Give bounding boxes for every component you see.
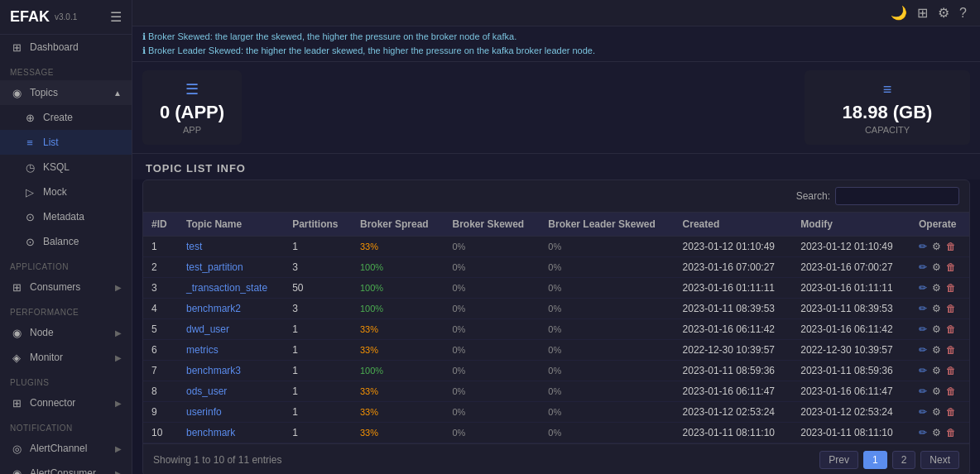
sidebar-item-metadata[interactable]: ⊙ Metadata (0, 204, 132, 229)
topic-link[interactable]: userinfo (186, 406, 222, 418)
sidebar-item-consumers-label: Consumers (30, 281, 80, 293)
info-banner-1: Broker Leader Skewed: the higher the lea… (142, 44, 970, 58)
topic-settings-icon[interactable]: ⚙ (932, 261, 941, 273)
info-banner-0: Broker Skewed: the larger the skewed, th… (142, 30, 970, 44)
topic-link[interactable]: ods_user (186, 385, 227, 397)
cell-name: benchmark2 (178, 299, 284, 319)
sidebar-item-consumers[interactable]: ⊞ Consumers ▶ (0, 275, 132, 299)
cell-broker-spread: 100% (352, 257, 444, 278)
metadata-icon: ⊙ (23, 210, 36, 223)
topic-link[interactable]: test_partition (186, 261, 243, 273)
topic-settings-icon[interactable]: ⚙ (932, 344, 941, 356)
cell-operate: ✏ ⚙ 🗑 (910, 319, 969, 340)
delete-icon[interactable]: 🗑 (946, 261, 956, 273)
delete-icon[interactable]: 🗑 (946, 406, 956, 418)
sidebar: EFAK v3.0.1 ☰ ⊞ Dashboard MESSAGE ◉ Topi… (0, 0, 132, 474)
delete-icon[interactable]: 🗑 (946, 241, 956, 252)
edit-icon[interactable]: ✏ (919, 303, 927, 314)
sidebar-item-list[interactable]: ≡ List (0, 130, 132, 155)
cell-broker-spread: 33% (352, 381, 444, 402)
cell-operate: ✏ ⚙ 🗑 (910, 257, 969, 278)
topic-settings-icon[interactable]: ⚙ (932, 282, 941, 294)
next-button[interactable]: Next (920, 451, 959, 469)
sidebar-item-connector-label: Connector (30, 397, 75, 409)
cell-id: 9 (143, 402, 178, 423)
apps-icon[interactable]: ⊞ (917, 5, 928, 21)
th-created: Created (675, 213, 793, 237)
topic-settings-icon[interactable]: ⚙ (932, 303, 941, 314)
delete-icon[interactable]: 🗑 (946, 365, 956, 376)
section-message: MESSAGE (0, 60, 132, 80)
sidebar-item-node-label: Node (30, 327, 54, 338)
sidebar-item-dashboard[interactable]: ⊞ Dashboard (0, 35, 132, 60)
sidebar-item-alertchannel[interactable]: ◎ AlertChannel ▶ (0, 436, 132, 461)
cell-broker-spread: 33% (352, 237, 444, 257)
table-row: 4 benchmark2 3 100% 0% 0% 2023-01-11 08:… (143, 299, 969, 319)
edit-icon[interactable]: ✏ (919, 282, 927, 294)
search-input[interactable] (835, 187, 959, 205)
topic-link[interactable]: test (186, 241, 202, 252)
topic-link[interactable]: _transaction_state (186, 282, 267, 294)
cell-operate: ✏ ⚙ 🗑 (910, 361, 969, 381)
sidebar-item-ksql[interactable]: ◷ KSQL (0, 155, 132, 180)
topic-link[interactable]: benchmark3 (186, 365, 241, 376)
page-1-button[interactable]: 1 (863, 451, 887, 469)
edit-icon[interactable]: ✏ (919, 323, 927, 335)
topic-settings-icon[interactable]: ⚙ (932, 241, 941, 252)
sidebar-item-create[interactable]: ⊕ Create (0, 105, 132, 130)
cell-id: 4 (143, 299, 178, 319)
edit-icon[interactable]: ✏ (919, 365, 927, 376)
sidebar-item-topics-label: Topics (30, 87, 58, 98)
stat-card-app: ☰ 0 (APP) APP (142, 70, 242, 145)
sidebar-item-create-label: Create (43, 112, 73, 123)
delete-icon[interactable]: 🗑 (946, 282, 956, 294)
edit-icon[interactable]: ✏ (919, 427, 927, 438)
topic-settings-icon[interactable]: ⚙ (932, 385, 941, 397)
delete-icon[interactable]: 🗑 (946, 303, 956, 314)
sidebar-item-connector[interactable]: ⊞ Connector ▶ (0, 390, 132, 415)
sidebar-item-mock[interactable]: ▷ Mock (0, 180, 132, 204)
settings-icon[interactable]: ⚙ (938, 5, 949, 21)
cell-broker-spread: 33% (352, 340, 444, 361)
topic-link[interactable]: benchmark (186, 427, 235, 438)
cell-created: 2023-01-11 08:11:10 (675, 423, 793, 443)
sidebar-item-monitor-label: Monitor (30, 352, 63, 363)
cell-name: test (178, 237, 284, 257)
table-row: 10 benchmark 1 33% 0% 0% 2023-01-11 08:1… (143, 423, 969, 443)
delete-icon[interactable]: 🗑 (946, 385, 956, 397)
sidebar-item-node[interactable]: ◉ Node ▶ (0, 320, 132, 345)
sidebar-item-balance-label: Balance (43, 236, 79, 247)
help-icon[interactable]: ? (959, 6, 967, 21)
pagination: Showing 1 to 10 of 11 entries Prev 1 2 N… (143, 443, 969, 474)
sidebar-item-monitor[interactable]: ◈ Monitor ▶ (0, 345, 132, 370)
topic-settings-icon[interactable]: ⚙ (932, 427, 941, 438)
edit-icon[interactable]: ✏ (919, 261, 927, 273)
cell-name: _transaction_state (178, 278, 284, 299)
pagination-showing: Showing 1 to 10 of 11 entries (153, 454, 281, 466)
topic-settings-icon[interactable]: ⚙ (932, 406, 941, 418)
topic-settings-icon[interactable]: ⚙ (932, 365, 941, 376)
topic-link[interactable]: benchmark2 (186, 303, 241, 314)
prev-button[interactable]: Prev (819, 451, 858, 469)
cell-id: 8 (143, 381, 178, 402)
edit-icon[interactable]: ✏ (919, 385, 927, 397)
sidebar-item-topics[interactable]: ◉ Topics ▲ (0, 80, 132, 105)
topic-link[interactable]: metrics (186, 344, 219, 356)
theme-toggle-icon[interactable]: 🌙 (891, 5, 907, 21)
topic-settings-icon[interactable]: ⚙ (932, 323, 941, 335)
edit-icon[interactable]: ✏ (919, 406, 927, 418)
edit-icon[interactable]: ✏ (919, 241, 927, 252)
sidebar-item-balance[interactable]: ⊙ Balance (0, 229, 132, 254)
table-header-row: #ID Topic Name Partitions Broker Spread … (143, 213, 969, 237)
menu-toggle-icon[interactable]: ☰ (110, 9, 122, 25)
pagination-right: Prev 1 2 Next (819, 451, 959, 469)
sidebar-item-alertconsumer[interactable]: ◉ AlertConsumer ▶ (0, 461, 132, 474)
cell-broker-leader-skewed: 0% (540, 361, 674, 381)
delete-icon[interactable]: 🗑 (946, 323, 956, 335)
page-2-button[interactable]: 2 (892, 451, 916, 469)
edit-icon[interactable]: ✏ (919, 344, 927, 356)
delete-icon[interactable]: 🗑 (946, 344, 956, 356)
delete-icon[interactable]: 🗑 (946, 427, 956, 438)
cell-broker-spread: 33% (352, 402, 444, 423)
topic-link[interactable]: dwd_user (186, 323, 229, 335)
